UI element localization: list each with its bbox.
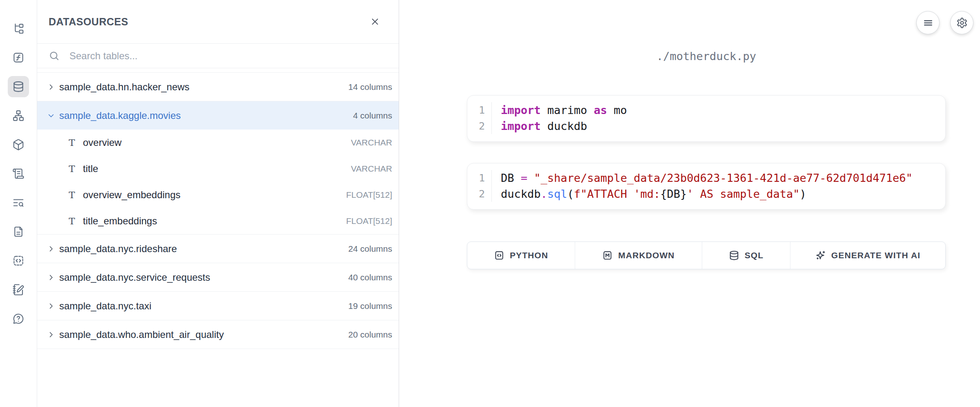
column-name: title_embeddings: [83, 215, 157, 227]
sidebar-item-logs[interactable]: [8, 163, 29, 184]
datasources-panel: DATASOURCES sample_data.hn.hacker_news14…: [37, 0, 399, 407]
line-number: 2: [467, 186, 485, 202]
sidebar-item-snippets[interactable]: [8, 250, 29, 271]
table-row[interactable]: sample_data.nyc.service_requests40 colum…: [37, 263, 399, 291]
package-icon: [12, 139, 25, 151]
column-name: overview_embeddings: [83, 189, 181, 201]
sidebar-item-search-logs[interactable]: [8, 192, 29, 213]
add-markdown-cell-button-label: MARKDOWN: [618, 250, 674, 260]
topbar-actions: [916, 11, 973, 34]
panel-header: DATASOURCES: [37, 0, 399, 44]
code-token: import: [501, 104, 541, 116]
table-name: sample_data.kaggle.movies: [59, 110, 181, 121]
sidebar-item-variables[interactable]: [8, 47, 29, 68]
table-row[interactable]: sample_data.kaggle.movies4 columns: [37, 101, 399, 130]
column-type: VARCHAR: [351, 138, 392, 148]
table-name: sample_data.who.ambient_air_quality: [59, 329, 224, 340]
generate-with-ai-button-label: GENERATE WITH AI: [831, 250, 920, 260]
code-token: import: [501, 120, 541, 132]
line-number: 1: [467, 102, 485, 118]
code-cell[interactable]: 12import marimo as moimport duckdb: [467, 95, 946, 142]
table-name: sample_data.hn.hacker_news: [59, 81, 190, 93]
database-icon: [12, 81, 25, 93]
sidebar-item-datasources[interactable]: [8, 76, 29, 97]
sidebar-item-dependencies[interactable]: [8, 105, 29, 126]
database-icon: [729, 250, 739, 261]
search-input[interactable]: [69, 50, 389, 62]
activity-bar: [0, 0, 37, 407]
code-token: f"ATTACH 'md:: [574, 188, 660, 200]
code-line: duckdb.sql(f"ATTACH 'md:{DB}' AS sample_…: [501, 186, 913, 202]
column-name: title: [83, 163, 98, 174]
settings-icon: [956, 17, 968, 29]
code-cell[interactable]: 12DB = "_share/sample_data/23b0d623-1361…: [467, 163, 946, 210]
chevron-right-icon: [47, 83, 55, 91]
code-editor: DB = "_share/sample_data/23b0d623-1361-4…: [492, 170, 913, 202]
table-columns-count: 24 columns: [348, 244, 392, 254]
column-row[interactable]: Ttitle_embeddingsFLOAT[512]: [37, 208, 399, 234]
chevron-right-icon: [47, 331, 55, 339]
chevron-right-icon: [47, 273, 55, 282]
table-row[interactable]: sample_data.hn.hacker_news14 columns: [37, 72, 399, 101]
add-markdown-cell-button[interactable]: MARKDOWN: [575, 242, 702, 269]
code-token: duckdb: [501, 188, 541, 200]
sidebar-item-documentation[interactable]: [8, 221, 29, 242]
code-token: as: [594, 104, 607, 116]
line-number: 2: [467, 118, 485, 134]
search-bar: [37, 44, 399, 68]
code-token: (: [567, 188, 574, 200]
markdown-icon: [602, 250, 613, 261]
sidebar-item-packages[interactable]: [8, 134, 29, 155]
table-columns-count: 40 columns: [348, 273, 392, 282]
column-type-icon: T: [67, 137, 76, 148]
add-python-cell-button-label: PYTHON: [510, 250, 548, 260]
sidebar-item-help[interactable]: [8, 308, 29, 329]
file-text-icon: [12, 226, 25, 238]
add-python-cell-button[interactable]: PYTHON: [467, 242, 575, 269]
table-columns-count: 4 columns: [353, 111, 392, 121]
table-row[interactable]: sample_data.nyc.rideshare24 columns: [37, 234, 399, 263]
sidebar-item-scratchpad[interactable]: [8, 279, 29, 300]
table-columns-count: 19 columns: [348, 301, 392, 311]
column-type-icon: T: [67, 163, 76, 174]
add-sql-cell-button-label: SQL: [745, 250, 763, 260]
menu-button[interactable]: [916, 11, 940, 34]
code-editor: import marimo as moimport duckdb: [492, 102, 627, 134]
column-row[interactable]: ToverviewVARCHAR: [37, 130, 399, 156]
python-code-icon: [494, 250, 505, 261]
table-columns-count: 14 columns: [348, 82, 392, 92]
code-line: import duckdb: [501, 118, 627, 134]
column-type-icon: T: [67, 190, 76, 200]
table-row[interactable]: sample_data.who.ambient_air_quality20 co…: [37, 320, 399, 349]
notebook-pen-icon: [12, 284, 25, 296]
code-token: marimo: [541, 104, 594, 116]
generate-with-ai-button[interactable]: GENERATE WITH AI: [790, 242, 945, 269]
table-columns-count: 20 columns: [348, 330, 392, 340]
notebook-filename[interactable]: ./motherduck.py: [467, 50, 946, 63]
code-token: "_share/sample_data/23b0d623-1361-421d-a…: [534, 172, 913, 184]
code-token: mo: [607, 104, 627, 116]
code-line: DB = "_share/sample_data/23b0d623-1361-4…: [501, 170, 913, 186]
code-line: import marimo as mo: [501, 102, 627, 118]
network-icon: [12, 110, 25, 122]
code-token: {DB}: [660, 188, 687, 200]
code-token: sql: [547, 188, 567, 200]
close-icon: [371, 17, 379, 26]
column-row[interactable]: TtitleVARCHAR: [37, 156, 399, 182]
chevron-right-icon: [47, 302, 55, 310]
column-row[interactable]: Toverview_embeddingsFLOAT[512]: [37, 182, 399, 208]
column-list: ToverviewVARCHARTtitleVARCHARToverview_e…: [37, 130, 399, 234]
code-token: ' AS sample_data": [687, 188, 799, 200]
function-square-icon: [12, 51, 25, 64]
table-row[interactable]: sample_data.nyc.taxi19 columns: [37, 291, 399, 320]
column-type: FLOAT[512]: [346, 190, 392, 200]
close-panel-button[interactable]: [368, 14, 382, 29]
add-sql-cell-button[interactable]: SQL: [702, 242, 790, 269]
menu-icon: [922, 17, 934, 29]
column-name: overview: [83, 137, 122, 148]
sidebar-item-files[interactable]: [8, 18, 29, 39]
settings-button[interactable]: [950, 11, 973, 34]
chevron-right-icon: [47, 245, 55, 253]
code-token: DB: [501, 172, 521, 184]
text-search-icon: [12, 197, 25, 209]
